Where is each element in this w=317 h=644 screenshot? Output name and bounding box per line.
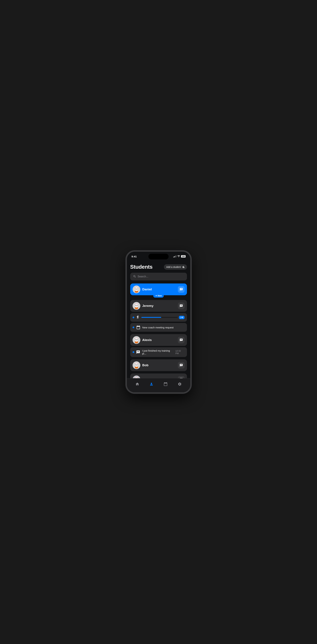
svg-point-18 <box>137 305 138 306</box>
chat-button-bob[interactable] <box>178 362 184 368</box>
chat-button-jeremy[interactable] <box>178 302 184 309</box>
battery-icon: 100 <box>181 255 186 258</box>
student-name-daniel: Daniel <box>142 288 152 291</box>
volume-button <box>126 278 126 285</box>
svg-point-36 <box>137 362 138 364</box>
progress-fill <box>141 317 161 318</box>
svg-point-46 <box>137 377 138 378</box>
add-person-icon <box>182 266 184 268</box>
signal-icon <box>173 256 176 258</box>
svg-point-9 <box>136 290 137 290</box>
chat-icon-bob <box>180 364 183 367</box>
dynamic-island <box>148 254 168 260</box>
svg-point-25 <box>135 337 136 339</box>
avatar-jeremy <box>132 302 140 310</box>
alexis-message-text: I just finished my training pl... <box>142 349 174 355</box>
search-icon <box>133 275 136 278</box>
new-badge-wrapper: ✦ New <box>130 294 187 298</box>
calendar-nav-icon <box>164 382 168 386</box>
unread-indicator <box>132 316 134 318</box>
page-header: Students Add a student <box>130 264 187 270</box>
student-name-bob: Bob <box>142 364 148 367</box>
jeremy-sub-items: J-8 New coach meeting request <box>130 313 187 332</box>
alexis-message-time: 12:32 PM <box>175 350 184 355</box>
student-card-left: Daniel <box>132 286 152 293</box>
student-card-muriel[interactable]: Muriel <box>130 374 187 378</box>
student-name-jeremy: Jeremy <box>142 304 154 308</box>
running-icon <box>136 315 140 320</box>
jeremy-progress-item[interactable]: J-8 <box>130 313 187 322</box>
chat-icon-alexis <box>180 338 183 342</box>
avatar-muriel <box>132 376 140 378</box>
student-card-jeremy[interactable]: Jeremy <box>130 300 187 312</box>
svg-point-29 <box>136 340 137 340</box>
status-time: 9:41 <box>132 255 137 258</box>
avatar-bob <box>132 361 140 369</box>
svg-point-19 <box>136 306 137 306</box>
alexis-message-item[interactable]: I just finished my training pl... 12:32 … <box>130 347 187 357</box>
bottom-nav <box>127 378 190 392</box>
new-badge: ✦ New <box>153 294 164 298</box>
settings-icon <box>178 382 182 386</box>
nav-item-students[interactable] <box>147 381 156 388</box>
svg-point-17 <box>136 305 136 306</box>
page-title: Students <box>130 264 152 270</box>
student-card-bob[interactable]: Bob <box>130 359 187 371</box>
meeting-request-text: New coach meeting request <box>142 326 174 329</box>
add-student-label: Add a student <box>166 266 181 268</box>
svg-point-16 <box>137 303 138 304</box>
svg-point-35 <box>135 362 136 364</box>
nav-item-calendar[interactable] <box>161 381 170 388</box>
svg-point-7 <box>136 289 136 289</box>
home-icon <box>135 382 139 386</box>
add-student-button[interactable]: Add a student <box>164 264 187 270</box>
svg-point-39 <box>136 366 137 366</box>
student-section-bob: Bob <box>130 359 187 371</box>
chat-icon <box>180 288 183 291</box>
power-button <box>191 275 192 285</box>
new-badge-label: New <box>158 294 162 297</box>
student-card-alexis[interactable]: Alexis <box>130 334 187 346</box>
chat-button-alexis[interactable] <box>178 337 184 343</box>
svg-point-45 <box>135 377 136 378</box>
chat-button-daniel[interactable] <box>178 286 184 293</box>
student-card-daniel[interactable]: Daniel <box>130 284 187 295</box>
student-section-daniel: Daniel ✦ New <box>130 284 187 298</box>
svg-point-6 <box>137 287 138 288</box>
jeremy-meeting-item[interactable]: New coach meeting request <box>130 323 187 332</box>
search-bar[interactable]: Search... <box>130 273 187 280</box>
calendar-icon <box>136 325 141 330</box>
j-badge: J-8 <box>179 316 184 319</box>
status-icons: 100 <box>173 255 186 258</box>
student-section-muriel: Muriel <box>130 374 187 378</box>
main-content: Students Add a student Search... <box>127 261 190 378</box>
svg-point-5 <box>135 287 136 288</box>
student-section-alexis: Alexis I just finished m <box>130 334 187 357</box>
phone-frame: 9:41 100 <box>126 250 192 394</box>
svg-point-8 <box>137 289 138 289</box>
search-placeholder: Search... <box>138 275 184 278</box>
nav-item-settings[interactable] <box>175 381 184 388</box>
students-icon <box>150 382 154 386</box>
wifi-icon <box>177 255 180 258</box>
svg-point-15 <box>135 303 136 304</box>
message-bubble-icon <box>136 350 140 354</box>
student-section-jeremy: Jeremy <box>130 300 187 332</box>
alexis-sub-items: I just finished my training pl... 12:32 … <box>130 347 187 357</box>
unread-indicator-meeting <box>132 326 134 328</box>
svg-point-38 <box>137 364 138 365</box>
nav-item-home[interactable] <box>132 381 142 388</box>
avatar-alexis <box>132 336 140 344</box>
svg-point-27 <box>136 339 136 340</box>
svg-point-26 <box>137 337 138 339</box>
student-name-alexis: Alexis <box>142 338 152 342</box>
unread-indicator-alexis <box>132 351 134 353</box>
chat-icon-jeremy <box>180 304 183 308</box>
svg-point-28 <box>137 339 138 340</box>
chat-button-muriel[interactable] <box>178 376 184 378</box>
svg-point-37 <box>136 364 136 365</box>
avatar-daniel <box>132 286 140 293</box>
progress-bar-container: J-8 <box>141 316 184 319</box>
